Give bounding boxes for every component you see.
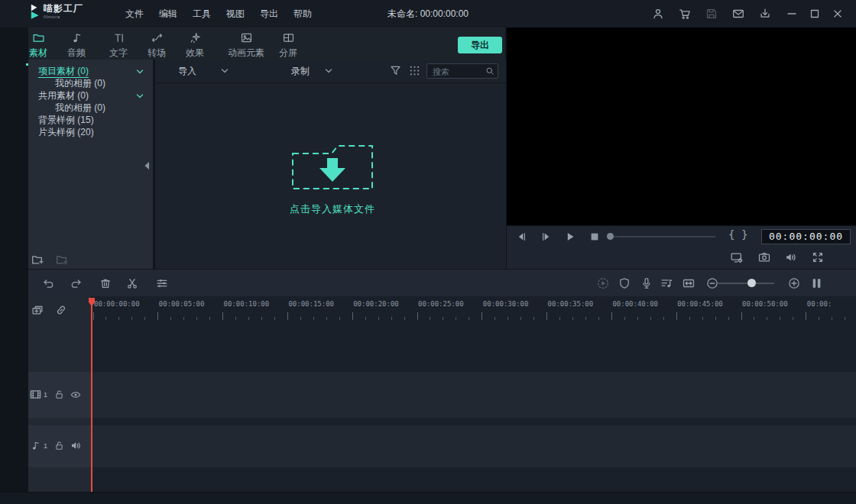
mark-in-button[interactable]: { [728,228,734,241]
cut-icon[interactable] [125,276,139,290]
account-icon[interactable] [651,7,665,21]
volume-icon[interactable] [784,250,798,264]
menu-item-4[interactable]: 导出 [256,6,282,22]
playhead[interactable] [91,298,92,493]
ruler-label: 00:00: [807,300,832,308]
record-button[interactable]: 录制 [291,60,310,82]
ruler-label: 00:00:20:00 [353,300,399,308]
video-track-row[interactable] [92,372,856,418]
grid-view-icon[interactable] [408,64,421,77]
search-input[interactable] [431,64,486,79]
ruler-tick [300,317,301,320]
tab-label: 素材 [29,47,47,60]
zoom-slider-handle[interactable] [747,279,756,287]
snapshot-icon[interactable] [757,250,771,264]
maximize-button[interactable] [808,7,822,21]
speaker-icon[interactable] [70,439,83,452]
ruler-tick [287,312,288,320]
timeline-panel: 1 1 00:00:00:0000:00:05:0000:00:10:0000:… [0,296,856,504]
ruler-label: 00:00:05:00 [159,300,205,308]
timeline-ruler[interactable]: 00:00:00:0000:00:05:0000:00:10:0000:00:1… [92,298,856,324]
menu-item-1[interactable]: 编辑 [155,6,181,22]
delete-folder-icon[interactable] [55,253,69,267]
add-folder-icon[interactable] [31,253,44,267]
link-icon[interactable] [54,303,68,317]
chevron-down-icon[interactable] [136,93,144,99]
menu-item-2[interactable]: 工具 [189,6,215,22]
ruler-label: 00:00:30:00 [483,300,529,308]
visibility-icon[interactable] [70,389,82,401]
import-chevron-icon[interactable] [221,68,229,74]
menu-item-5[interactable]: 帮助 [290,6,316,22]
ruler-tick [144,317,145,320]
audio-track-header: 1 [28,425,92,467]
zoom-slider[interactable] [718,283,774,284]
adjust-icon[interactable] [155,276,169,290]
ruler-tick [598,317,599,320]
undo-icon[interactable] [41,276,55,290]
ruler-tick [443,317,443,320]
voiceover-mic-icon[interactable] [640,276,653,290]
video-track-icon [29,388,42,401]
redo-icon[interactable] [70,276,83,290]
display-settings-icon[interactable] [730,250,744,264]
add-track-icon[interactable] [31,303,44,317]
save-icon[interactable] [705,7,718,21]
delete-icon[interactable] [99,276,112,290]
ruler-tick [248,317,249,320]
sidebar-item-1[interactable]: 我的相册 (0) [28,77,153,89]
stop-icon[interactable] [588,231,601,243]
sidebar-list: 项目素材 (0)我的相册 (0)共用素材 (0)我的相册 (0)背景样例 (15… [28,65,153,138]
minimize-button[interactable] [785,7,799,21]
download-icon[interactable] [758,7,772,21]
ruler-tick [326,317,327,320]
ruler-tick [572,317,573,320]
import-dropzone[interactable]: 点击导入媒体文件 [289,140,376,224]
marker-icon[interactable] [618,276,631,290]
filter-icon[interactable] [389,64,402,77]
render-preview-icon[interactable] [596,276,610,290]
audio-track-row[interactable] [92,425,856,467]
sidebar-item-2[interactable]: 共用素材 (0) [28,89,153,102]
ruler-tick [481,312,482,320]
ruler-tick [196,317,197,320]
import-button[interactable]: 导入 [178,60,196,82]
ruler-label: 00:00:35:00 [548,300,594,308]
record-chevron-icon[interactable] [325,68,332,74]
export-button[interactable]: 导出 [458,37,502,53]
audio-mixer-icon[interactable] [660,276,673,290]
ruler-tick [728,317,729,320]
menu-item-0[interactable]: 文件 [122,6,148,22]
chevron-down-icon[interactable] [136,69,144,75]
preview-scrubber[interactable] [610,236,715,237]
ruler-tick [391,317,392,320]
zoom-fit-icon[interactable] [682,276,696,290]
preview-scrubber-handle[interactable] [607,233,614,240]
close-button[interactable] [831,7,845,21]
fullscreen-icon[interactable] [811,250,825,264]
menu-bar: 文件编辑工具视图导出帮助 [122,0,316,27]
next-frame-icon[interactable] [540,231,553,243]
menu-item-3[interactable]: 视图 [222,6,248,22]
ruler-tick [546,312,547,320]
previous-frame-icon[interactable] [515,231,527,243]
lock-icon[interactable] [54,389,65,400]
sidebar-item-4[interactable]: 背景样例 (15) [28,114,153,126]
cart-icon[interactable] [678,7,692,21]
mail-icon[interactable] [731,7,745,21]
sidebar-item-0[interactable]: 项目素材 (0) [28,65,153,77]
mark-out-button[interactable]: } [741,228,747,241]
lock-icon[interactable] [54,440,65,451]
play-icon[interactable] [564,231,576,243]
search-icon[interactable] [485,66,495,76]
media-library-panel: 导入 录制 点击导入媒体文件 [153,60,506,269]
filmora-app-window: 喵影工厂 filmora 文件编辑工具视图导出帮助 未命名: 00:00:00:… [0,0,856,504]
zoom-in-icon[interactable] [787,276,801,290]
text-icon [112,31,125,44]
audio-track-number: 1 [44,442,47,450]
track-view-icon[interactable] [809,276,825,290]
sidebar-collapse-handle[interactable] [144,161,150,170]
sidebar-item-3[interactable]: 我的相册 (0) [28,102,153,114]
app-logo: 喵影工厂 filmora [29,3,83,20]
sidebar-item-5[interactable]: 片头样例 (20) [28,126,153,138]
